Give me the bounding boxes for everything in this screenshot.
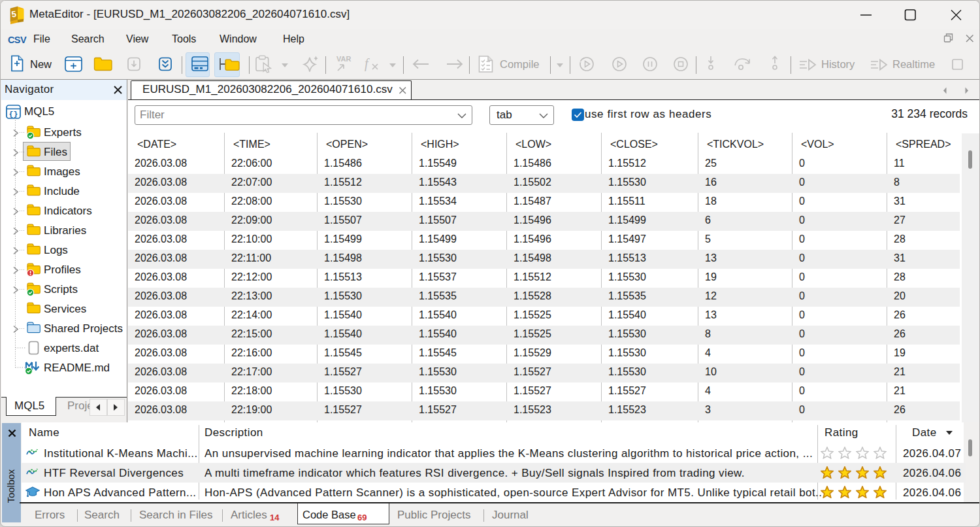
svg-text:VAR: VAR <box>336 55 351 63</box>
svg-text:f: f <box>365 56 370 71</box>
